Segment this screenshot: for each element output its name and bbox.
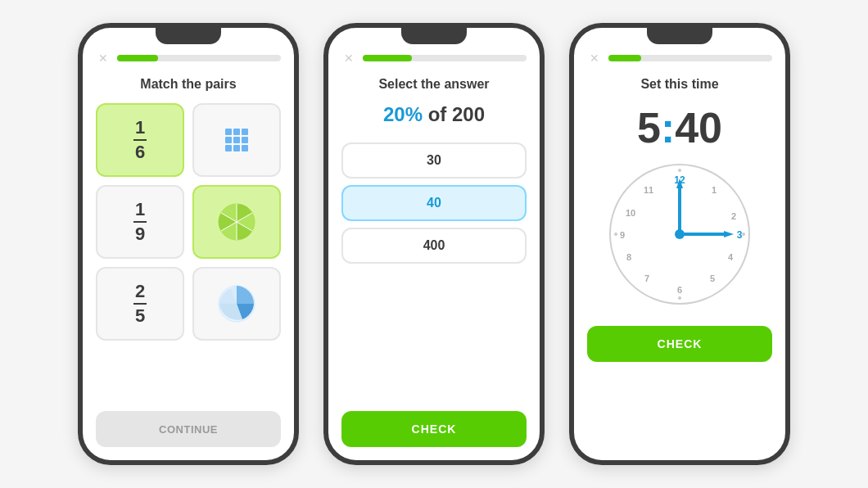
grid-icon	[225, 129, 248, 151]
screen-title: Select the answer	[378, 77, 489, 92]
close-icon[interactable]: ✕	[96, 51, 111, 66]
svg-point-12	[614, 233, 617, 236]
svg-text:8: 8	[626, 252, 631, 262]
fraction-display: 1 6	[133, 118, 147, 162]
clock-container[interactable]: 12 1 2 3 4 5 6 7 8 9 10	[606, 160, 753, 308]
close-icon[interactable]: ✕	[341, 51, 356, 66]
check-button[interactable]: CHECK	[341, 411, 527, 447]
progress-bar-background	[608, 55, 772, 61]
fraction-display: 2 5	[133, 282, 147, 326]
progress-bar-background	[363, 55, 527, 61]
clock-face-svg: 12 1 2 3 4 5 6 7 8 9 10	[606, 160, 753, 308]
time-display: 5:40	[637, 103, 722, 152]
pair-cell-fraction-1-6[interactable]: 1 6	[96, 103, 184, 177]
phone-notch	[647, 28, 712, 44]
svg-point-29	[675, 229, 685, 239]
svg-text:7: 7	[644, 273, 649, 283]
top-bar: ✕	[341, 51, 527, 66]
close-icon[interactable]: ✕	[587, 51, 602, 66]
svg-text:4: 4	[728, 252, 734, 262]
screen-title: Set this time	[640, 77, 718, 92]
pair-cell-fraction-2-5[interactable]: 2 5	[96, 267, 184, 341]
fraction-display: 1 9	[133, 200, 147, 244]
answer-option-40[interactable]: 40	[341, 185, 527, 221]
progress-bar-fill	[363, 55, 412, 61]
answer-option-30[interactable]: 30	[341, 142, 527, 178]
svg-point-9	[678, 169, 681, 172]
pair-cell-pie-blue[interactable]	[192, 267, 281, 341]
svg-text:11: 11	[644, 185, 653, 195]
svg-text:10: 10	[626, 208, 635, 218]
svg-point-11	[678, 296, 681, 300]
progress-bar-fill	[608, 55, 641, 61]
pair-cell-grid[interactable]	[192, 103, 281, 177]
progress-bar-background	[117, 55, 281, 61]
pie-blue-icon	[216, 283, 257, 324]
question-percent: 20%	[383, 103, 423, 125]
time-hour: 5	[637, 104, 661, 151]
answer-options: 30 40 400	[341, 142, 527, 264]
time-minute: 40	[675, 104, 722, 151]
phone-match-pairs: ✕ Match the pairs 1 6	[78, 23, 299, 465]
phone-select-answer: ✕ Select the answer 20% of 200 30 40 400…	[323, 23, 545, 465]
screen-title: Match the pairs	[140, 77, 236, 92]
pair-cell-fraction-1-9[interactable]: 1 9	[96, 185, 184, 259]
answer-option-400[interactable]: 400	[341, 228, 527, 264]
svg-text:9: 9	[620, 230, 625, 240]
svg-text:2: 2	[731, 211, 736, 221]
progress-bar-fill	[117, 55, 158, 61]
phone-set-time: ✕ Set this time 5:40 12 1	[569, 23, 790, 465]
svg-text:3: 3	[737, 229, 743, 241]
question-text: 20% of 200	[383, 103, 485, 126]
top-bar: ✕	[587, 51, 772, 66]
svg-text:1: 1	[712, 185, 717, 195]
pair-cell-pie-green[interactable]	[192, 185, 281, 259]
continue-button[interactable]: CONTINUE	[96, 411, 281, 447]
pairs-grid: 1 6 1 9	[96, 103, 281, 341]
time-colon: :	[661, 104, 675, 151]
pie-green-icon	[216, 201, 257, 242]
phone-notch	[401, 28, 467, 44]
svg-text:6: 6	[677, 285, 682, 295]
svg-text:5: 5	[710, 273, 715, 283]
phone-notch	[156, 28, 221, 44]
check-button[interactable]: CHECK	[587, 326, 772, 362]
top-bar: ✕	[96, 51, 281, 66]
svg-point-10	[742, 233, 745, 236]
question-rest: of 200	[423, 103, 485, 125]
